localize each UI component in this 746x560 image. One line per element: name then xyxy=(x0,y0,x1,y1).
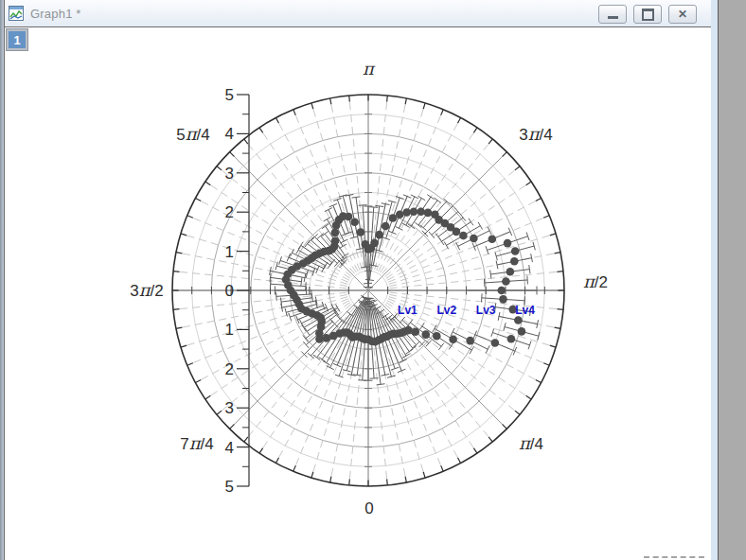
window-right-border xyxy=(711,0,719,560)
error-bar-cap xyxy=(419,323,424,329)
error-bar-cap xyxy=(364,298,372,299)
data-point xyxy=(404,326,413,335)
error-bar-cap xyxy=(328,261,332,268)
error-bar-cap xyxy=(270,280,271,289)
rim-tick xyxy=(217,411,222,414)
rim-tick xyxy=(526,395,532,399)
data-point xyxy=(491,339,500,347)
rim-tick xyxy=(441,110,444,115)
rim-tick xyxy=(387,96,388,102)
error-bar-cap xyxy=(395,226,402,230)
data-point xyxy=(497,287,506,295)
grid-spoke-dashed xyxy=(389,253,559,287)
error-bar-cap xyxy=(311,293,312,302)
data-point xyxy=(350,218,359,226)
error-bar-cap xyxy=(435,234,440,240)
error-bar-cap xyxy=(529,265,530,273)
angular-axis-label: 3π/2 xyxy=(130,280,164,300)
angular-axis-label: 5π/4 xyxy=(176,124,210,144)
rim-tick xyxy=(311,103,313,109)
rim-tick xyxy=(387,479,388,485)
data-point xyxy=(502,277,510,286)
error-bar-cap xyxy=(303,335,308,341)
origin-app: Graph1 * ✕ 543210123450π/4π/23π/4π5π/43π… xyxy=(0,0,746,560)
grid-spoke-dashed xyxy=(390,271,562,289)
data-point xyxy=(433,332,441,341)
rim-tick xyxy=(555,327,560,328)
error-bar-cap xyxy=(358,380,366,381)
angular-axis-label: π/2 xyxy=(583,271,608,291)
level-label: Lv2 xyxy=(436,304,456,317)
data-point xyxy=(332,221,341,230)
rim-tick xyxy=(244,437,248,442)
error-bar-cap xyxy=(340,239,347,243)
error-bar-cap xyxy=(305,327,310,334)
error-bar-cap xyxy=(325,208,332,212)
data-point xyxy=(424,209,433,218)
grid-spoke-dashed xyxy=(375,104,425,270)
error-bar-cap xyxy=(438,343,443,350)
angular-axis-label: π xyxy=(363,59,376,79)
data-point xyxy=(504,239,512,248)
data-point xyxy=(322,334,330,342)
rim-tick xyxy=(195,379,201,382)
page-break-indicator xyxy=(644,556,704,558)
rim-tick xyxy=(550,234,556,236)
error-bar-cap xyxy=(490,271,491,279)
rim-tick xyxy=(423,472,425,478)
data-point xyxy=(412,327,420,336)
rim-tick xyxy=(555,253,560,254)
rim-tick xyxy=(205,182,211,185)
rim-tick xyxy=(259,448,263,454)
data-point xyxy=(518,327,526,336)
radial-axis-tick-label: 3 xyxy=(225,165,234,183)
data-point xyxy=(466,337,474,345)
data-point xyxy=(382,222,390,231)
polar-chart[interactable]: 543210123450π/4π/23π/4π5π/43π/27π/4Lv1Lv… xyxy=(0,0,746,560)
error-bar-cap xyxy=(365,279,374,280)
rim-tick xyxy=(259,128,263,133)
rim-tick xyxy=(515,166,520,170)
error-bar-cap xyxy=(451,328,454,336)
data-point xyxy=(459,232,468,240)
error-bar-cap xyxy=(323,360,330,365)
rim-tick xyxy=(311,472,313,478)
rim-tick xyxy=(275,117,278,123)
rim-tick xyxy=(181,234,186,236)
error-bar-cap xyxy=(301,277,302,286)
data-point xyxy=(449,335,457,343)
data-point xyxy=(511,247,520,255)
radial-axis-tick-label: 1 xyxy=(225,243,234,261)
level-label: Lv4 xyxy=(515,304,535,317)
rim-tick xyxy=(173,271,180,272)
data-point xyxy=(510,257,519,266)
error-bar-cap xyxy=(411,195,418,199)
rim-tick xyxy=(557,271,563,272)
angular-axis-label: 0 xyxy=(364,499,373,517)
rim-tick xyxy=(187,363,193,366)
rim-tick xyxy=(557,309,563,310)
error-bar-cap xyxy=(370,378,379,379)
radial-axis-tick-label: 4 xyxy=(225,439,234,457)
data-point xyxy=(514,316,523,324)
error-bar-cap xyxy=(369,207,378,208)
data-point xyxy=(396,210,404,219)
error-bar-cap xyxy=(427,195,434,200)
error-bar-cap xyxy=(470,346,474,354)
grid-spoke-dashed xyxy=(174,271,346,289)
data-point xyxy=(507,335,516,343)
error-bar-cap xyxy=(469,219,473,225)
rim-tick xyxy=(293,110,296,115)
rim-tick xyxy=(488,437,492,442)
rim-tick xyxy=(230,152,235,157)
graph-window: Graph1 * ✕ 543210123450π/4π/23π/4π5π/43π… xyxy=(0,0,719,560)
data-point xyxy=(402,208,411,217)
angular-axis-label: 3π/4 xyxy=(519,124,553,144)
layer-badge[interactable]: 1 xyxy=(6,28,28,51)
rim-tick xyxy=(293,465,296,471)
error-bar-cap xyxy=(324,217,331,221)
radial-axis-tick-label: 4 xyxy=(225,125,234,143)
data-point xyxy=(421,330,430,339)
rim-tick xyxy=(405,477,406,482)
rim-tick xyxy=(330,477,331,482)
